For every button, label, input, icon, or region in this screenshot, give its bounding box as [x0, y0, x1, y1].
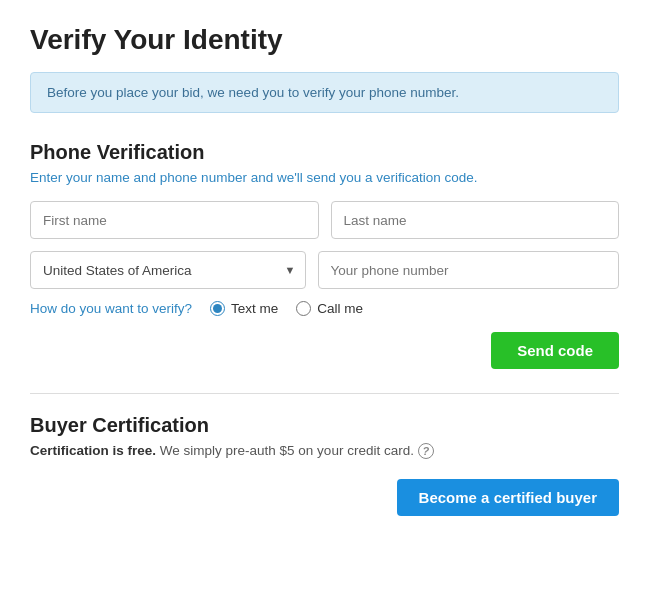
become-certified-buyer-button[interactable]: Become a certified buyer — [397, 479, 619, 516]
phone-verification-section: Phone Verification Enter your name and p… — [30, 141, 619, 369]
first-name-input[interactable] — [30, 201, 319, 239]
help-icon[interactable]: ? — [418, 443, 434, 459]
call-me-radio[interactable] — [296, 301, 311, 316]
phone-input[interactable] — [318, 251, 620, 289]
call-me-option[interactable]: Call me — [296, 301, 363, 316]
info-banner: Before you place your bid, we need you t… — [30, 72, 619, 113]
send-code-button[interactable]: Send code — [491, 332, 619, 369]
buyer-certification-section: Buyer Certification Certification is fre… — [30, 414, 619, 516]
section-divider — [30, 393, 619, 394]
banner-text: Before you place your bid, we need you t… — [47, 85, 459, 100]
last-name-input[interactable] — [331, 201, 620, 239]
cert-free-label: Certification is free. — [30, 443, 156, 458]
phone-section-title: Phone Verification — [30, 141, 619, 164]
page-title: Verify Your Identity — [30, 24, 619, 56]
desc-link: phone number — [160, 170, 247, 185]
verify-question: How do you want to verify? — [30, 301, 192, 316]
text-me-radio[interactable] — [210, 301, 225, 316]
desc-plain: Enter your name and — [30, 170, 160, 185]
text-me-label: Text me — [231, 301, 278, 316]
text-me-option[interactable]: Text me — [210, 301, 278, 316]
buyer-section-title: Buyer Certification — [30, 414, 619, 437]
send-code-row: Send code — [30, 332, 619, 369]
phone-row: United States of AmericaCanadaUnited Kin… — [30, 251, 619, 289]
country-select-wrapper: United States of AmericaCanadaUnited Kin… — [30, 251, 306, 289]
desc-suffix: and we'll send you a verification code. — [247, 170, 478, 185]
name-row — [30, 201, 619, 239]
buyer-cert-desc: Certification is free. We simply pre-aut… — [30, 443, 619, 459]
phone-section-desc: Enter your name and phone number and we'… — [30, 170, 619, 185]
country-select[interactable]: United States of AmericaCanadaUnited Kin… — [30, 251, 306, 289]
certified-buyer-row: Become a certified buyer — [30, 479, 619, 516]
verify-row: How do you want to verify? Text me Call … — [30, 301, 619, 316]
call-me-label: Call me — [317, 301, 363, 316]
cert-desc-plain: We simply pre-auth $5 on your credit car… — [156, 443, 414, 458]
